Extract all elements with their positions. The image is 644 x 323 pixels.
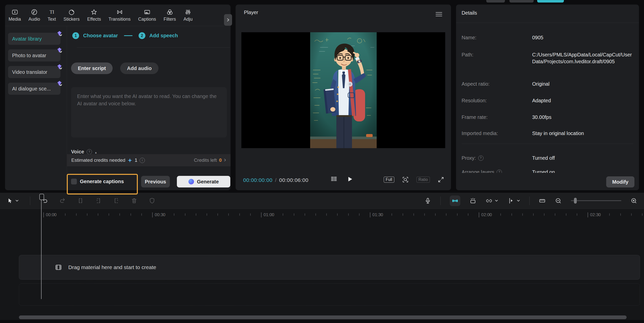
details-row-imported-media: Imported media: Stay in original locatio…: [462, 130, 634, 137]
auto-snap-toggle[interactable]: [450, 196, 460, 206]
script-input[interactable]: [71, 87, 227, 138]
add-speech-step: 1 Choose avatar 2 Add speech Enter scrip…: [67, 26, 231, 190]
toolbar-more-button[interactable]: [224, 14, 232, 26]
split-icon[interactable]: [77, 197, 84, 204]
timeline-toolbar: [0, 193, 644, 209]
timeline-zoom-slider[interactable]: [571, 200, 621, 201]
toolbar-item-stickers[interactable]: Stickers: [63, 9, 80, 22]
generate-button[interactable]: Generate: [177, 176, 230, 187]
select-tool[interactable]: [7, 198, 19, 204]
horizontal-scrollbar[interactable]: [19, 315, 627, 319]
preview-axis-icon[interactable]: [469, 197, 476, 204]
media-icon: [12, 9, 18, 15]
ruler-label: 01:00: [261, 212, 274, 217]
ruler-label: 00:30: [152, 212, 166, 217]
step-1-badge[interactable]: 1: [72, 32, 79, 39]
adjust-icon: [185, 9, 191, 15]
enter-script-tab[interactable]: Enter script: [71, 62, 113, 74]
captions-icon: [144, 9, 150, 15]
adapt-timeline-icon[interactable]: [539, 197, 546, 204]
chevron-right-icon[interactable]: [224, 157, 226, 163]
titlebar-button-peek[interactable]: [486, 0, 505, 3]
toolbar-item-filters[interactable]: Filters: [164, 9, 176, 22]
mask-shield-icon[interactable]: [149, 197, 155, 204]
divider: [462, 144, 633, 144]
step-2-badge[interactable]: 2: [139, 32, 145, 39]
divider: [456, 23, 639, 23]
delete-icon[interactable]: [131, 197, 138, 204]
full-preview-button[interactable]: Full: [384, 177, 394, 183]
avatar-preview-video: [310, 32, 377, 148]
collapse-arrow-icon[interactable]: [94, 149, 97, 155]
record-voiceover-icon[interactable]: [424, 197, 431, 204]
details-title: Details: [462, 10, 477, 16]
ratio-button[interactable]: Ratio: [416, 177, 430, 183]
toolbar-item-text[interactable]: TI Text: [48, 9, 56, 22]
sidebar-item-photo-to-avatar[interactable]: Photo to avatar: [8, 49, 60, 61]
step-1-label[interactable]: Choose avatar: [83, 33, 118, 39]
sidebar-item-avatar-library[interactable]: Avatar library: [8, 33, 60, 45]
main-track-dropzone[interactable]: Drag material here and start to create: [19, 255, 640, 280]
actions-row: Generate captions Previous Generate: [67, 175, 231, 188]
player-menu-icon[interactable]: [436, 11, 442, 17]
trim-left-icon[interactable]: [95, 197, 102, 204]
quality-preview-icon[interactable]: [402, 176, 409, 183]
zoom-out-icon[interactable]: [555, 197, 562, 204]
chevron-right-icon: [226, 18, 230, 22]
details-row-aspect-ratio: Aspect ratio: Original: [462, 81, 634, 87]
timecode: 00:00:00:00 / 00:00:06:00: [243, 177, 308, 183]
ruler-label: 00:00: [43, 212, 57, 217]
titlebar-export-button-peek[interactable]: [537, 0, 564, 3]
cursor-mode-tool[interactable]: [507, 197, 520, 204]
play-button[interactable]: [346, 176, 353, 182]
toolbar-item-media[interactable]: Media: [9, 9, 21, 22]
top-toolbar: Media Audio TI Text Stickers Effects Tra…: [5, 5, 224, 26]
credits-bar: Estimated credits needed 1 Credits left …: [67, 154, 231, 166]
divider: [30, 197, 30, 205]
voice-section-header[interactable]: Voice: [71, 149, 97, 155]
previous-button[interactable]: Previous: [141, 176, 170, 187]
toolbar-item-adjust[interactable]: Adju: [183, 9, 192, 22]
divider: [440, 197, 441, 205]
capcut-editor-window: Media Audio TI Text Stickers Effects Tra…: [0, 0, 644, 323]
trim-right-icon[interactable]: [113, 197, 120, 204]
toolbar-item-audio[interactable]: Audio: [28, 9, 40, 22]
toolbar-item-effects[interactable]: Effects: [87, 9, 101, 22]
playhead-handle[interactable]: [39, 194, 44, 200]
add-audio-tab[interactable]: Add audio: [120, 62, 158, 74]
help-icon[interactable]: [87, 149, 92, 154]
toolbar-item-transitions[interactable]: Transitions: [109, 9, 131, 22]
details-row-proxy: Proxy: Turned off: [462, 155, 634, 162]
divider: [77, 47, 230, 48]
frame-by-frame-icon[interactable]: [330, 175, 337, 183]
ruler-label: 02:30: [588, 212, 601, 217]
generate-captions-label[interactable]: Generate captions: [80, 179, 124, 184]
stickers-icon: [68, 9, 75, 15]
info-icon[interactable]: [140, 158, 145, 163]
help-icon[interactable]: [478, 155, 484, 161]
toolbar-item-captions[interactable]: Captions: [138, 9, 156, 22]
premium-gem-icon: [56, 30, 63, 37]
avatar-library-body: Avatar library Photo to avatar Video tra…: [5, 26, 231, 190]
chevron-down-icon: [517, 199, 520, 203]
step-2-label[interactable]: Add speech: [149, 33, 178, 39]
redo-button[interactable]: [59, 197, 66, 204]
premium-gem-icon: [56, 80, 63, 87]
premium-gem-icon: [56, 63, 63, 70]
fullscreen-icon[interactable]: [437, 176, 444, 183]
effects-icon: [91, 9, 97, 15]
sidebar-item-ai-dialogue-scene[interactable]: AI dialogue sce...: [8, 83, 60, 95]
link-clips-tool[interactable]: [486, 197, 498, 204]
timeline-ruler[interactable]: 00:00 00:30 01:00 01:30 02:00 02:30: [0, 209, 644, 221]
ai-orb-icon: [188, 179, 194, 184]
current-time: 00:00:00:00: [243, 177, 272, 183]
text-icon: TI: [49, 9, 55, 15]
generate-captions-checkbox[interactable]: [71, 179, 77, 184]
video-stage[interactable]: [241, 32, 445, 148]
zoom-in-icon[interactable]: [630, 197, 637, 204]
zoom-slider-handle[interactable]: [574, 198, 577, 204]
titlebar-button-peek[interactable]: [509, 0, 534, 3]
modify-button[interactable]: Modify: [606, 176, 634, 187]
sidebar-item-video-translator[interactable]: Video translator: [8, 66, 60, 78]
timeline-panel: 00:00 00:30 01:00 01:30 02:00 02:30 Drag…: [0, 193, 644, 320]
